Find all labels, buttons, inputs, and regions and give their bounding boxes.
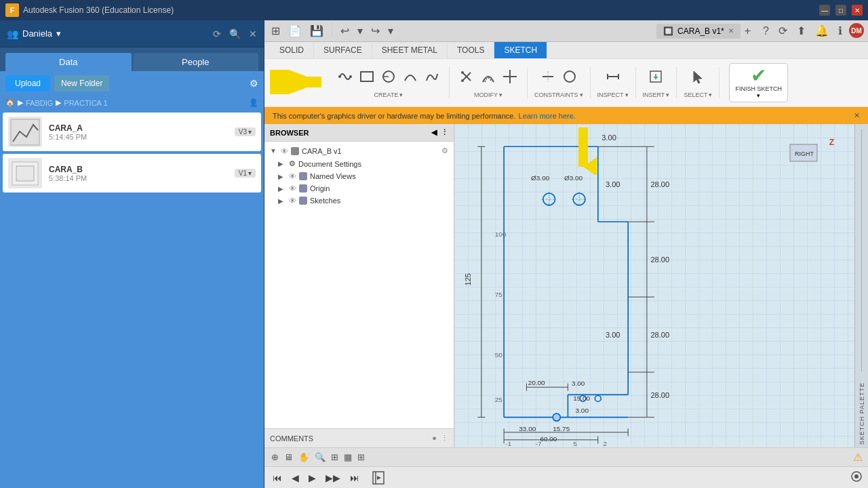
breadcrumb-fabdig[interactable]: FABDIG (26, 99, 53, 107)
circle-tool-button[interactable] (378, 67, 399, 89)
eye-icon[interactable]: 👁 (281, 147, 288, 155)
tree-expand-icon3[interactable]: ▶ (278, 185, 286, 192)
orbit-btn[interactable]: ✋ (297, 451, 311, 464)
close-button[interactable]: ✕ (852, 5, 863, 16)
home-icon[interactable]: 🏠 (5, 98, 15, 107)
new-tab-button[interactable]: + (745, 25, 751, 37)
browser-collapse-icon[interactable]: ◀ (431, 128, 437, 137)
origin-btn[interactable]: ⊕ (270, 451, 280, 464)
constraint1-button[interactable] (538, 67, 558, 89)
file-tab[interactable]: 🔲 CARA_B v1* ✕ (656, 24, 741, 39)
browser-options-icon[interactable]: ⋮ (441, 128, 448, 137)
tree-collapse-icon[interactable]: ▼ (270, 147, 278, 155)
sidebar-expand-handle[interactable] (861, 129, 862, 371)
warning-status-icon[interactable]: ⚠ (853, 451, 863, 464)
play-end-button[interactable]: ⏭ (347, 471, 362, 485)
finish-sketch-button[interactable]: ✔ FINISH SKETCH ▾ (729, 63, 788, 102)
redo-dropdown-icon[interactable]: ▾ (385, 23, 396, 39)
tab-tools[interactable]: TOOLS (448, 42, 494, 58)
comments-expand-icon[interactable]: ⋮ (441, 434, 448, 443)
undo-icon[interactable]: ↩ (338, 23, 352, 39)
line-tool-button[interactable] (335, 67, 355, 89)
search-icon[interactable]: 🔍 (229, 28, 241, 39)
maximize-button[interactable]: □ (835, 5, 846, 16)
share-icon2[interactable]: ⬆ (794, 23, 808, 39)
file-icon[interactable]: 📄 (285, 23, 304, 39)
constraints-dropdown-icon[interactable]: ▾ (580, 92, 583, 98)
play-prev-button[interactable]: ◀ (289, 471, 302, 485)
refresh-icon[interactable]: ⟳ (213, 28, 221, 39)
tree-expand-icon[interactable]: ▶ (278, 160, 286, 167)
redo-icon[interactable]: ↪ (368, 23, 382, 39)
undo-dropdown-icon[interactable]: ▾ (355, 23, 366, 39)
select-button[interactable] (688, 67, 708, 89)
tab-solid[interactable]: SOLID (270, 42, 314, 58)
tab-sheet-metal[interactable]: SHEET METAL (372, 42, 448, 58)
tree-item-origin[interactable]: ▶ 👁 Origin (264, 182, 454, 195)
eye-icon4[interactable]: 👁 (289, 197, 296, 205)
spline-tool-button[interactable] (422, 67, 442, 89)
tree-expand-icon2[interactable]: ▶ (278, 173, 286, 180)
play-start-button[interactable]: ⏮ (270, 471, 285, 485)
measure-btn[interactable]: ▦ (342, 451, 353, 464)
tab-data[interactable]: Data (5, 53, 132, 71)
offset-button[interactable] (478, 67, 498, 89)
app-logo: F (5, 3, 19, 17)
arc-tool-button[interactable] (400, 67, 420, 89)
tree-item-root[interactable]: ▼ 👁 CARA_B v1 ⚙ (264, 144, 454, 157)
tree-expand-icon4[interactable]: ▶ (278, 197, 286, 205)
trim-button[interactable] (456, 67, 477, 89)
settings-playbar-icon[interactable] (850, 470, 863, 485)
info-icon[interactable]: ℹ (835, 23, 845, 39)
constraint2-button[interactable] (559, 67, 580, 89)
insert-dropdown-icon[interactable]: ▾ (666, 92, 669, 98)
view-cube[interactable]: RIGHT (787, 138, 821, 167)
finish-dropdown-icon[interactable]: ▾ (757, 92, 760, 99)
eye-icon2[interactable]: 👁 (289, 172, 296, 180)
tree-item-doc-settings[interactable]: ▶ ⚙ Document Settings (264, 157, 454, 170)
refresh-icon2[interactable]: ⟳ (776, 23, 790, 39)
notification-icon[interactable]: 🔔 (812, 23, 831, 39)
close-panel-icon[interactable]: ✕ (249, 28, 257, 39)
comments-dot-icon[interactable]: ● (432, 434, 437, 443)
file-version-b[interactable]: V1 ▾ (235, 169, 256, 178)
rectangle-tool-button[interactable] (357, 67, 377, 89)
zoom-btn[interactable]: 🔍 (313, 451, 327, 464)
grid-btn[interactable]: ⊞ (356, 451, 366, 464)
file-tab-close[interactable]: ✕ (728, 27, 734, 35)
select-dropdown-icon[interactable]: ▾ (709, 92, 712, 98)
tab-people[interactable]: People (133, 53, 259, 71)
grid-icon[interactable]: ⊞ (269, 23, 283, 39)
help-icon[interactable]: ? (760, 23, 772, 39)
tree-item-sketches[interactable]: ▶ 👁 Sketches (264, 195, 454, 207)
play-next-button[interactable]: ▶▶ (323, 471, 343, 485)
file-version-a[interactable]: V3 ▾ (235, 127, 256, 136)
tree-root-settings-icon[interactable]: ⚙ (441, 146, 448, 155)
eye-icon3[interactable]: 👁 (289, 184, 296, 192)
share-icon[interactable]: 👤 (249, 98, 258, 107)
play-play-button[interactable]: ▶ (306, 471, 319, 485)
tab-surface[interactable]: SURFACE (314, 42, 372, 58)
measure-button[interactable] (603, 67, 623, 89)
timeline-icon[interactable] (372, 470, 385, 485)
warning-close-button[interactable]: ✕ (854, 111, 860, 120)
viewport[interactable]: 125 28.00 28.00 28.00 28.00 3.00 3.00 3.… (454, 124, 854, 447)
modify-dropdown-icon[interactable]: ▾ (499, 92, 502, 98)
minimize-button[interactable]: — (819, 5, 830, 16)
project-button[interactable] (500, 67, 520, 89)
tab-sketch[interactable]: SKETCH (494, 42, 547, 58)
create-dropdown-icon[interactable]: ▾ (399, 92, 403, 98)
save-icon[interactable]: 💾 (307, 23, 326, 39)
list-item[interactable]: CARA_A 5:14:45 PM V3 ▾ (3, 113, 261, 151)
list-item[interactable]: CARA_B 5:38:14 PM V1 ▾ (3, 154, 261, 192)
display-btn[interactable]: 🖥 (283, 451, 294, 464)
settings-icon[interactable]: ⚙ (250, 78, 258, 89)
insert-button[interactable] (646, 67, 666, 89)
breadcrumb-practica[interactable]: PRACTICA 1 (64, 99, 107, 107)
warning-link[interactable]: Learn more here. (519, 112, 576, 120)
upload-button[interactable]: Upload (5, 75, 50, 92)
inspect-dropdown-icon[interactable]: ▾ (625, 92, 629, 98)
window-btn[interactable]: ⊞ (330, 451, 340, 464)
new-folder-button[interactable]: New Folder (54, 75, 109, 92)
tree-item-named-views[interactable]: ▶ 👁 Named Views (264, 170, 454, 182)
